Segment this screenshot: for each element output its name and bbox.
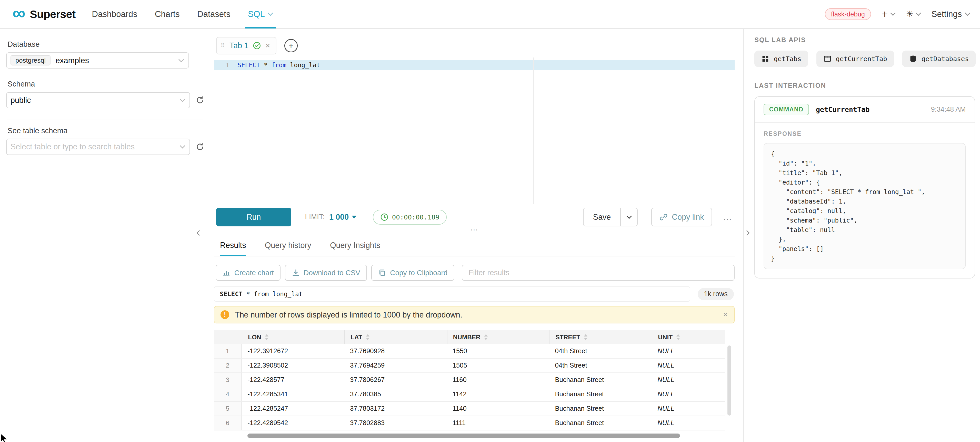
table-cell: 1142	[447, 387, 549, 401]
tab-title: Tab 1	[229, 41, 249, 50]
row-number: 4	[214, 387, 242, 401]
table-cell: 04th Street	[549, 359, 652, 372]
caret-down-icon	[352, 215, 356, 219]
new-item-button[interactable]: +	[881, 9, 895, 19]
check-circle-icon	[253, 41, 261, 50]
main-nav: Dashboards Charts Datasets SQL	[83, 0, 282, 29]
grid-icon	[761, 55, 770, 63]
column-header-lat[interactable]: LAT	[344, 330, 447, 344]
schema-select[interactable]: public	[6, 92, 190, 109]
database-value: examples	[56, 56, 89, 65]
table-cell: 37.7694259	[344, 359, 447, 372]
filter-results-input[interactable]	[462, 265, 734, 281]
tab-query-insights[interactable]: Query Insights	[330, 241, 380, 256]
get-databases-button[interactable]: getDatabases	[902, 51, 976, 67]
table-cell: Buchanan Street	[549, 373, 652, 387]
more-options-button[interactable]: …	[720, 212, 734, 222]
table-cell: 1140	[447, 402, 549, 416]
table-cell: 1505	[447, 359, 549, 372]
chevron-down-icon	[178, 57, 184, 63]
column-header-unit[interactable]: UNIT	[652, 330, 725, 344]
table-row: 3-122.42857737.78062671160Buchanan Stree…	[214, 373, 725, 387]
sql-code-editor[interactable]: 1 SELECT * from long_lat	[214, 57, 735, 204]
link-icon	[660, 213, 668, 221]
sort-icon[interactable]	[366, 334, 369, 340]
table-row: 5-122.428524737.78031721140Buchanan Stre…	[214, 402, 725, 416]
nav-item-charts[interactable]: Charts	[146, 0, 188, 29]
save-options-button[interactable]	[621, 207, 638, 227]
horizontal-scrollbar[interactable]	[247, 434, 680, 438]
table-cell: Buchanan Street	[549, 387, 652, 401]
chevron-down-icon	[180, 144, 185, 150]
create-chart-button[interactable]: Create chart	[216, 265, 280, 281]
browser-tab-icon	[823, 55, 832, 63]
download-csv-button[interactable]: Download to CSV	[285, 265, 367, 281]
table-select[interactable]: Select table or type to search tables	[6, 139, 190, 155]
copy-clipboard-button[interactable]: Copy to Clipboard	[371, 265, 454, 281]
top-navbar: ∞ Superset Dashboards Charts Datasets SQ…	[0, 0, 980, 29]
database-icon	[909, 55, 917, 63]
copy-link-button[interactable]: Copy link	[651, 207, 712, 227]
table-cell: 37.780385	[344, 387, 447, 401]
results-table-body: 1-122.391267237.7690928155004th StreetNU…	[214, 344, 725, 431]
sort-icon[interactable]	[484, 334, 488, 340]
close-tab-icon[interactable]: ×	[266, 41, 270, 50]
sort-icon[interactable]	[676, 334, 680, 340]
new-tab-button[interactable]: +	[284, 39, 298, 52]
chevron-down-icon	[180, 97, 185, 103]
table-cell: NULL	[652, 373, 725, 387]
column-header-lon[interactable]: LON	[242, 330, 344, 344]
panel-resize-handle[interactable]: ⋯	[214, 227, 735, 233]
table-cell: 37.7806267	[344, 373, 447, 387]
get-tabs-button[interactable]: getTabs	[754, 51, 808, 67]
save-button[interactable]: Save	[583, 207, 621, 227]
table-cell: Buchanan Street	[549, 402, 652, 416]
row-number: 6	[214, 416, 242, 430]
database-type-pill: postgresql	[11, 55, 51, 65]
api-buttons: getTabs getCurrentTab getDatabases	[754, 51, 975, 67]
sql-lab-api-panel: SQL LAB APIS getTabs getCurrentTab getDa…	[744, 29, 980, 442]
table-cell: NULL	[652, 416, 725, 430]
schema-label: Schema	[8, 80, 204, 88]
refresh-schemas-icon[interactable]	[196, 96, 204, 104]
expand-panel-icon[interactable]	[745, 230, 751, 236]
nav-item-dashboards[interactable]: Dashboards	[83, 0, 146, 29]
editor-tabstrip: ⠿ Tab 1 × +	[214, 36, 735, 55]
results-table: LONLATNUMBERSTREETUNIT 1-122.391267237.7…	[214, 330, 735, 438]
chevron-down-icon	[916, 11, 921, 17]
column-header-street[interactable]: STREET	[549, 330, 652, 344]
collapse-sidebar-icon[interactable]	[196, 230, 201, 236]
nav-item-sql[interactable]: SQL	[239, 0, 282, 29]
limit-dropdown[interactable]: LIMIT: 1 000	[305, 212, 357, 222]
download-icon	[292, 269, 300, 277]
environment-badge: flask-debug	[825, 8, 871, 20]
table-cell: -122.3908502	[242, 359, 344, 372]
query-tab[interactable]: ⠿ Tab 1 ×	[216, 37, 276, 54]
theme-toggle-button[interactable]: ☀	[906, 10, 921, 18]
close-banner-icon[interactable]: ×	[723, 311, 728, 319]
sort-icon[interactable]	[584, 334, 587, 340]
nav-item-datasets[interactable]: Datasets	[188, 0, 239, 29]
column-header-number[interactable]: NUMBER	[447, 330, 549, 344]
tab-results[interactable]: Results	[220, 241, 246, 256]
tab-query-history[interactable]: Query history	[265, 241, 311, 256]
table-cell: NULL	[652, 359, 725, 372]
sql-code-line: SELECT * from long_lat	[235, 60, 735, 70]
warning-text: The number of rows displayed is limited …	[235, 310, 462, 319]
query-preview: SELECT * from long_lat	[214, 286, 690, 302]
run-button[interactable]: Run	[216, 207, 291, 227]
superset-brand[interactable]: ∞ Superset	[13, 8, 76, 20]
code-area[interactable]: SELECT * from long_lat	[235, 57, 735, 204]
get-current-tab-button[interactable]: getCurrentTab	[816, 51, 894, 67]
sort-icon[interactable]	[265, 334, 269, 340]
table-cell: 1111	[447, 416, 549, 430]
vertical-scrollbar[interactable]	[727, 345, 731, 416]
copy-icon	[378, 269, 387, 277]
sql-lab-sidebar: Database postgresql examples Schema publ…	[0, 29, 211, 442]
print-margin-line	[533, 57, 534, 204]
database-label: Database	[8, 40, 204, 48]
database-select[interactable]: postgresql examples	[6, 53, 189, 69]
settings-menu[interactable]: Settings	[931, 9, 970, 19]
refresh-tables-icon[interactable]	[196, 142, 204, 151]
drag-handle-icon[interactable]: ⠿	[221, 43, 225, 49]
